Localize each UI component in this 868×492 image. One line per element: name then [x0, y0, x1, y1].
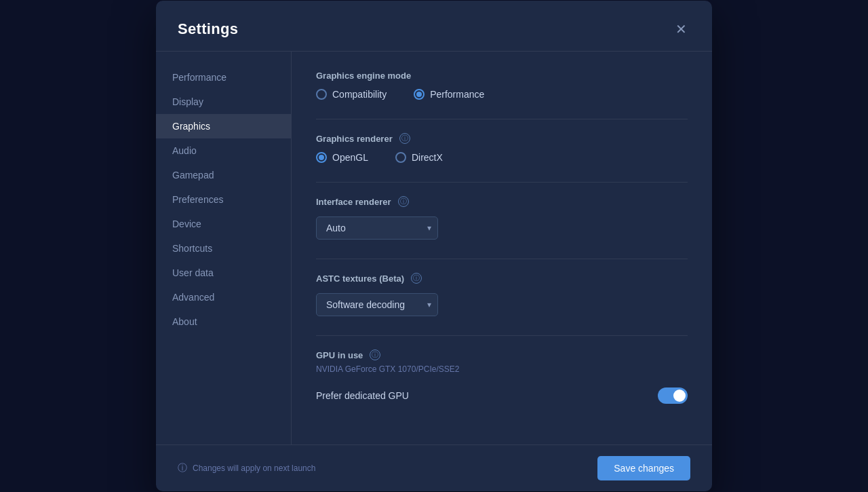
- divider-2: [316, 182, 688, 183]
- graphics-renderer-options: OpenGL DirectX: [316, 152, 688, 163]
- divider-1: [316, 119, 688, 119]
- sidebar-item-display[interactable]: Display: [156, 90, 291, 114]
- directx-radio[interactable]: [395, 152, 406, 163]
- opengl-radio[interactable]: [316, 152, 327, 163]
- sidebar-item-label: Graphics: [172, 121, 210, 132]
- performance-radio[interactable]: [414, 89, 425, 100]
- performance-label: Performance: [430, 89, 484, 100]
- sidebar-item-label: Performance: [172, 72, 226, 83]
- sidebar-item-label: Device: [172, 219, 201, 229]
- directx-option[interactable]: DirectX: [395, 152, 443, 163]
- graphics-renderer-info-icon: ⓘ: [399, 133, 410, 144]
- gpu-name: NVIDIA GeForce GTX 1070/PCIe/SSE2: [316, 364, 688, 374]
- sidebar-item-device[interactable]: Device: [156, 212, 291, 236]
- performance-option[interactable]: Performance: [414, 89, 484, 100]
- modal-title: Settings: [178, 20, 238, 38]
- footer-note-text: Changes will apply on next launch: [193, 463, 315, 473]
- modal-header: Settings ✕: [156, 1, 712, 52]
- sidebar-item-about[interactable]: About: [156, 309, 291, 334]
- graphics-renderer-label: Graphics renderer: [316, 134, 393, 144]
- sidebar-item-shortcuts[interactable]: Shortcuts: [156, 236, 291, 261]
- interface-renderer-info-icon: ⓘ: [398, 196, 409, 207]
- divider-3: [316, 259, 688, 259]
- sidebar-item-user-data[interactable]: User data: [156, 261, 291, 285]
- astc-textures-header: ASTC textures (Beta) ⓘ: [316, 273, 688, 284]
- sidebar-item-preferences[interactable]: Preferences: [156, 187, 291, 212]
- prefer-gpu-row: Prefer dedicated GPU: [316, 385, 688, 406]
- interface-renderer-select[interactable]: Auto OpenGL DirectX: [316, 216, 438, 240]
- graphics-engine-mode-options: Compatibility Performance: [316, 89, 688, 100]
- directx-label: DirectX: [412, 152, 443, 163]
- interface-renderer-header: Interface renderer ⓘ: [316, 196, 688, 207]
- gpu-section: GPU in use ⓘ NVIDIA GeForce GTX 1070/PCI…: [316, 349, 688, 406]
- sidebar-item-performance[interactable]: Performance: [156, 65, 291, 90]
- save-button[interactable]: Save changes: [597, 456, 690, 480]
- sidebar-item-label: Shortcuts: [172, 243, 212, 254]
- sidebar-item-label: Audio: [172, 145, 197, 156]
- modal-footer: ⓘ Changes will apply on next launch Save…: [156, 444, 712, 491]
- settings-modal: Settings ✕ Performance Display Graphics …: [156, 1, 712, 491]
- astc-textures-label: ASTC textures (Beta): [316, 273, 404, 284]
- interface-renderer-label: Interface renderer: [316, 197, 391, 207]
- gpu-header: GPU in use ⓘ: [316, 349, 688, 360]
- sidebar-item-label: About: [172, 316, 197, 327]
- sidebar-item-label: Advanced: [172, 292, 214, 303]
- gpu-info-icon: ⓘ: [370, 349, 380, 360]
- sidebar-item-label: User data: [172, 267, 214, 278]
- sidebar-item-gamepad[interactable]: Gamepad: [156, 163, 291, 187]
- astc-textures-info-icon: ⓘ: [411, 273, 422, 284]
- modal-overlay: Settings ✕ Performance Display Graphics …: [0, 0, 868, 492]
- sidebar: Performance Display Graphics Audio Gamep…: [156, 52, 292, 444]
- graphics-engine-mode-header: Graphics engine mode: [316, 71, 688, 81]
- sidebar-item-graphics[interactable]: Graphics: [156, 114, 291, 138]
- opengl-label: OpenGL: [332, 152, 368, 163]
- astc-textures-section: ASTC textures (Beta) ⓘ Software decoding…: [316, 273, 688, 316]
- close-icon: ✕: [675, 21, 687, 37]
- compatibility-option[interactable]: Compatibility: [316, 89, 387, 100]
- sidebar-item-label: Display: [172, 96, 203, 107]
- prefer-dedicated-toggle[interactable]: [658, 387, 688, 404]
- opengl-option[interactable]: OpenGL: [316, 152, 368, 163]
- graphics-engine-mode-label: Graphics engine mode: [316, 71, 411, 81]
- compatibility-label: Compatibility: [332, 89, 387, 100]
- modal-body: Performance Display Graphics Audio Gamep…: [156, 52, 712, 444]
- interface-renderer-select-wrapper: Auto OpenGL DirectX ▾: [316, 216, 438, 240]
- prefer-dedicated-label: Prefer dedicated GPU: [316, 390, 409, 401]
- graphics-renderer-section: Graphics renderer ⓘ OpenGL DirectX: [316, 133, 688, 163]
- gpu-label: GPU in use: [316, 350, 363, 360]
- sidebar-item-advanced[interactable]: Advanced: [156, 285, 291, 309]
- close-button[interactable]: ✕: [671, 20, 690, 39]
- sidebar-item-audio[interactable]: Audio: [156, 138, 291, 163]
- sidebar-item-label: Gamepad: [172, 170, 214, 181]
- footer-note: ⓘ Changes will apply on next launch: [178, 462, 315, 474]
- toggle-slider: [658, 387, 688, 404]
- graphics-renderer-header: Graphics renderer ⓘ: [316, 133, 688, 144]
- astc-textures-select[interactable]: Software decoding Hardware decoding Disa…: [316, 293, 438, 316]
- interface-renderer-section: Interface renderer ⓘ Auto OpenGL DirectX…: [316, 196, 688, 240]
- footer-info-icon: ⓘ: [178, 462, 187, 474]
- content-area: Graphics engine mode Compatibility Perfo…: [292, 52, 712, 444]
- astc-textures-select-wrapper: Software decoding Hardware decoding Disa…: [316, 293, 438, 316]
- sidebar-item-label: Preferences: [172, 194, 223, 205]
- divider-4: [316, 335, 688, 336]
- compatibility-radio[interactable]: [316, 89, 327, 100]
- graphics-engine-mode-section: Graphics engine mode Compatibility Perfo…: [316, 71, 688, 100]
